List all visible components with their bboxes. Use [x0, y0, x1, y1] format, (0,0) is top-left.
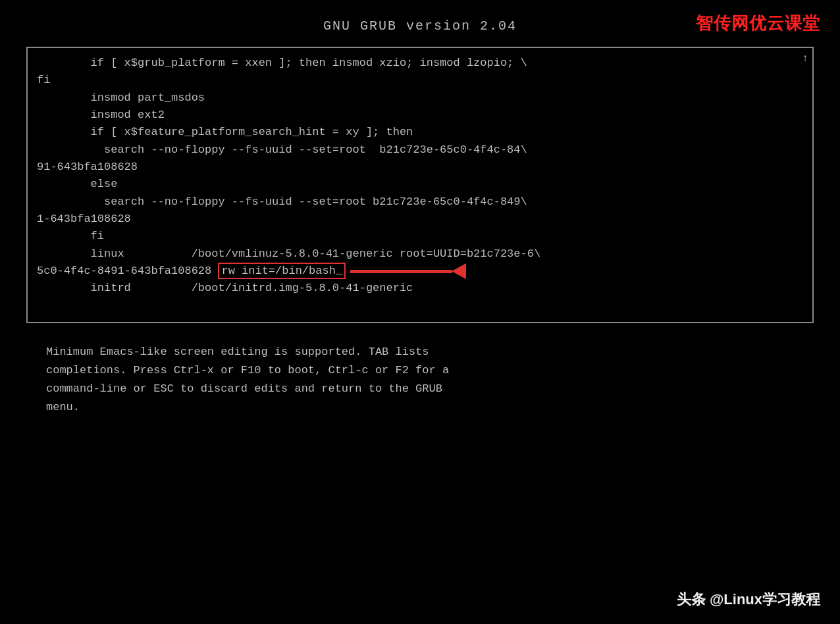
code-line-4: if [ x$feature_platform_search_hint = xy… — [37, 124, 803, 141]
code-line-2: insmod part_msdos — [37, 90, 803, 107]
code-line-8: search --no-floppy --fs-uuid --set=root … — [37, 194, 803, 211]
code-line-5: search --no-floppy --fs-uuid --set=root … — [37, 142, 803, 159]
code-line-10: fi — [37, 228, 803, 245]
code-line-11: linux /boot/vmlinuz-5.8.0-41-generic roo… — [37, 246, 803, 263]
code-line-13: initrd /boot/initrd.img-5.8.0-41-generic — [37, 280, 803, 297]
code-line-3: insmod ext2 — [37, 107, 803, 124]
scrollbar-up-icon: ↑ — [802, 51, 808, 67]
code-line-0: if [ x$grub_platform = xxen ]; then insm… — [37, 55, 803, 72]
code-line-7: else — [37, 176, 803, 193]
code-line-12: 5c0-4f4c-8491-643bfa108628 rw init=/bin/… — [37, 263, 803, 280]
footer-watermark: 头条 @Linux学习教程 — [677, 590, 820, 610]
code-line-1: fi — [37, 72, 803, 89]
description-area: Minimum Emacs-like screen editing is sup… — [46, 343, 794, 417]
code-line-9: 1-643bfa108628 — [37, 211, 803, 228]
terminal-box: ↑ if [ x$grub_platform = xxen ]; then in… — [26, 47, 814, 323]
code-line-6: 91-643bfa108628 — [37, 159, 803, 176]
top-watermark: 智传网优云课堂 — [696, 12, 820, 35]
highlighted-command: rw init=/bin/bash_ — [218, 263, 346, 279]
description-text: Minimum Emacs-like screen editing is sup… — [46, 343, 794, 417]
